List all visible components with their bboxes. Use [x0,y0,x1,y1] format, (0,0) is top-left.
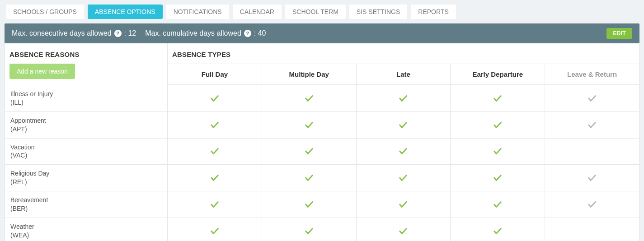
check-cell[interactable] [262,85,356,111]
check-icon [493,120,503,130]
tab-schools-groups[interactable]: SCHOOLS / GROUPS [6,5,84,19]
check-cell[interactable] [168,139,262,165]
check-icon [398,199,408,209]
check-icon [210,120,220,130]
add-reason-button[interactable]: Add a new reason [9,64,75,79]
check-cell[interactable] [356,85,451,111]
check-cell[interactable] [262,112,356,138]
absence-types-header: Full DayMultiple DayLateEarly DepartureL… [168,64,639,85]
reason-name: Appointment [10,116,162,125]
check-cell[interactable] [450,112,545,138]
check-icon [587,93,597,103]
check-icon [493,199,503,209]
check-icon [398,146,408,156]
check-cell[interactable] [450,191,545,218]
check-cell[interactable] [545,165,639,191]
reason-code: (VAC) [10,151,162,160]
check-cell[interactable] [356,139,451,165]
check-cell[interactable] [168,191,262,218]
check-cell[interactable] [356,191,451,218]
reason-cell[interactable]: Illness or Injury(ILL) [5,85,168,111]
reason-name: Illness or Injury [10,90,162,98]
reason-name: Weather [10,222,162,231]
check-cell[interactable] [262,218,356,241]
check-icon [304,226,314,236]
check-icon [304,146,314,156]
check-cell[interactable] [262,139,356,165]
reason-code: (ILL) [10,98,162,107]
check-icon [493,146,503,156]
max-cumulative-value: 40 [258,29,266,37]
reason-cell[interactable]: Bereavement(BER) [5,191,168,218]
reason-cell[interactable]: Weather(WEA) [5,218,168,241]
check-icon [398,120,408,130]
type-header-late: Late [356,64,451,84]
edit-button[interactable]: EDIT [606,28,632,39]
check-cell[interactable] [450,85,545,111]
absence-types-title: ABSENCE TYPES [168,43,639,64]
check-icon [304,120,314,130]
check-cell[interactable] [545,218,639,241]
check-icon [304,173,314,183]
check-icon [398,173,408,183]
check-cell[interactable] [262,165,356,191]
max-consecutive-label: Max. consecutive days allowed [12,29,112,37]
check-icon [304,93,314,103]
check-cell[interactable] [168,165,262,191]
tab-absence-options[interactable]: ABSENCE OPTIONS [88,5,163,19]
colon: : [124,29,128,37]
check-cell[interactable] [356,218,451,241]
check-cell[interactable] [262,191,356,218]
check-cell[interactable] [545,139,639,165]
table-row: Illness or Injury(ILL) [5,85,639,111]
tab-sis-settings[interactable]: SIS SETTINGS [349,5,407,19]
table-row: Weather(WEA) [5,218,639,241]
absence-options-panel: ABSENCE REASONS Add a new reason ABSENCE… [5,43,639,241]
tabs-bar: SCHOOLS / GROUPSABSENCE OPTIONSNOTIFICAT… [5,5,639,23]
check-cell[interactable] [545,112,639,138]
max-consecutive-segment: Max. consecutive days allowed ? : 12 [12,29,136,37]
check-cell[interactable] [545,191,639,218]
table-row: Appointment(APT) [5,111,639,138]
reason-cell[interactable]: Appointment(APT) [5,112,168,138]
reason-cell[interactable]: Vacation(VAC) [5,139,168,165]
type-header-full-day: Full Day [168,64,262,84]
tab-school-term[interactable]: SCHOOL TERM [285,5,346,19]
check-icon [493,93,503,103]
check-cell[interactable] [356,112,451,138]
check-cell[interactable] [450,218,545,241]
tab-reports[interactable]: REPORTS [411,5,456,19]
check-cell[interactable] [168,218,262,241]
reason-name: Religious Day [10,169,162,178]
type-header-early-departure: Early Departure [450,64,545,84]
reason-cell[interactable]: Religious Day(REL) [5,165,168,191]
check-icon [210,173,220,183]
help-icon[interactable]: ? [244,30,251,37]
reason-name: Bereavement [10,196,162,204]
reason-code: (APT) [10,125,162,134]
reason-code: (BER) [10,204,162,213]
reason-name: Vacation [10,143,162,152]
colon: : [254,29,258,37]
settings-info-bar: Max. consecutive days allowed ? : 12 Max… [5,23,639,43]
check-icon [587,120,597,130]
check-cell[interactable] [545,85,639,111]
check-cell[interactable] [168,85,262,111]
tab-calendar[interactable]: CALENDAR [233,5,282,19]
check-cell[interactable] [356,165,451,191]
absence-reasons-title: ABSENCE REASONS [5,43,167,64]
type-header-leave-return: Leave & Return [545,64,639,84]
table-row: Religious Day(REL) [5,164,639,191]
check-cell[interactable] [450,139,545,165]
table-row: Vacation(VAC) [5,138,639,165]
check-cell[interactable] [168,112,262,138]
help-icon[interactable]: ? [114,30,122,37]
max-cumulative-label: Max. cumulative days allowed [145,29,241,37]
check-icon [587,173,597,183]
reason-code: (WEA) [10,231,162,240]
check-icon [210,226,220,236]
check-cell[interactable] [450,165,545,191]
tab-notifications[interactable]: NOTIFICATIONS [166,5,229,19]
check-icon [210,93,220,103]
check-icon [398,93,408,103]
